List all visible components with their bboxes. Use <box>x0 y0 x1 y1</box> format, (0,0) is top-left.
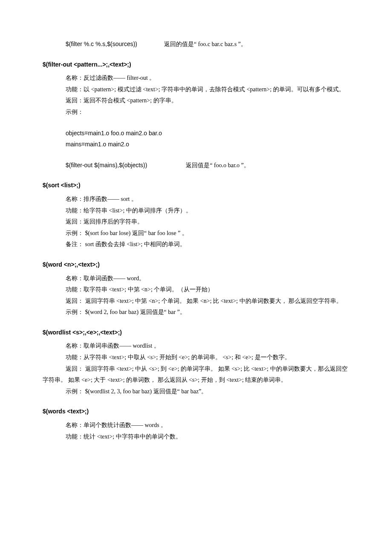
wordlist-example: 示例： $(wordlist 2, 3, foo bar baz) 返回值是“ … <box>43 386 349 398</box>
word-return: 返回： 返回字符串 <text>; 中第 <n>; 个单词。 如果 <n>; 比… <box>43 296 349 307</box>
filter-out-func: 功能：以 <pattern>; 模式过滤 <text>; 字符串中的单词，去除符… <box>43 84 349 96</box>
wordlist-return: 返回： 返回字符串 <text>; 中从 <s>; 到 <e>; 的单词字串。 … <box>43 363 349 386</box>
sort-note: 备注： sort 函数会去掉 <list>; 中相同的单词。 <box>43 239 349 250</box>
heading-word: $(word <n>;,<text>;) <box>43 259 349 270</box>
filter-out-return-text: 返回值是“ foo.o bar.o ”。 <box>186 162 250 169</box>
filter-out-example-label: 示例： <box>43 107 349 118</box>
filter-out-return: 返回：返回不符合模式 <pattern>; 的字串。 <box>43 95 349 107</box>
sort-example: 示例： $(sort foo bar lose) 返回“ bar foo los… <box>43 228 349 239</box>
filter-example-result: $(filter %.c %.s,$(sources)) 返回的值是“ foo.… <box>43 38 349 50</box>
sort-func: 功能：给字符串 <list>; 中的单词排序（升序）。 <box>43 205 349 217</box>
filter-out-name: 名称：反过滤函数—— filter-out 。 <box>43 73 349 84</box>
word-func: 功能：取字符串 <text>; 中第 <n>; 个单词。（从一开始） <box>43 284 349 296</box>
heading-words: $(words <text>;) <box>43 406 349 417</box>
heading-wordlist: $(wordlist <s>;,<e>;,<text>;) <box>43 327 349 338</box>
word-name: 名称：取单词函数—— word。 <box>43 273 349 285</box>
filter-return-text: 返回的值是“ foo.c bar.c baz.s ”。 <box>164 41 247 47</box>
words-name: 名称：单词个数统计函数—— words 。 <box>43 420 349 431</box>
code-filter-out-call: $(filter-out $(mains),$(objects)) <box>66 162 147 169</box>
sort-name: 名称：排序函数—— sort 。 <box>43 194 349 205</box>
wordlist-name: 名称：取单词串函数—— wordlist 。 <box>43 340 349 352</box>
words-func: 功能：统计 <text>; 中字符串中的单词个数。 <box>43 431 349 443</box>
code-objects-assign: objects=main1.o foo.o main2.o bar.o <box>43 128 349 139</box>
wordlist-func: 功能：从字符串 <text>; 中取从 <s>; 开始到 <e>; 的单词串。 … <box>43 352 349 363</box>
heading-filter-out: $(filter-out <pattern...>;,<text>;) <box>43 59 349 70</box>
sort-return: 返回：返回排序后的字符串。 <box>43 216 349 228</box>
code-filter-call: $(filter %.c %.s,$(sources)) <box>66 41 137 47</box>
code-mains-assign: mains=main1.o main2.o <box>43 139 349 150</box>
filter-out-result: $(filter-out $(mains),$(objects)) 返回值是“ … <box>43 160 349 171</box>
heading-sort: $(sort <list>;) <box>43 180 349 191</box>
word-example: 示例： $(word 2, foo bar baz) 返回值是“ bar ”。 <box>43 307 349 318</box>
